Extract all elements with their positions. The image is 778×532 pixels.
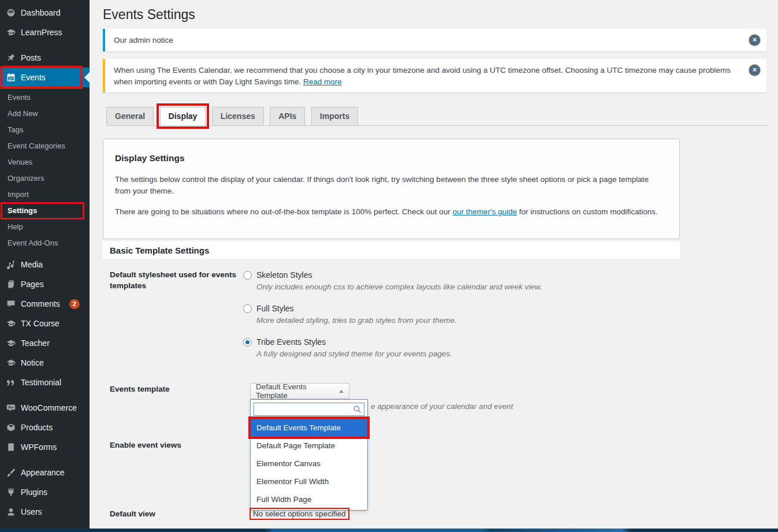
timezone-notice: When using The Events Calendar, we recom… [103,59,766,92]
default-view-label: Default view [110,508,155,519]
tab-general[interactable]: General [106,107,154,125]
events-template-select[interactable]: Default Events Template [250,383,349,399]
tab-imports[interactable]: Imports [311,107,358,125]
sidebar-item-label: WooCommerce [21,403,77,412]
basic-template-settings-bar: Basic Template Settings [103,241,680,259]
radio-button-tribe[interactable] [243,338,252,347]
sidebar-item-label: Users [21,507,42,516]
graduation-cap-icon [6,338,16,348]
dropdown-option-full-width-page[interactable]: Full Width Page [251,490,367,508]
sidebar-separator [0,392,90,398]
radio-description: A fully designed and styled theme for yo… [256,349,452,358]
sidebar-item-label: Appearance [21,468,65,477]
radio-label: Skeleton Styles [256,270,312,280]
chevron-up-icon [339,390,344,393]
radio-description: More detailed styling, tries to grab sty… [256,316,457,325]
sidebar-item-notice[interactable]: Notice [0,353,90,373]
sidebar-subitem-help[interactable]: Help [0,219,90,235]
comments-count-badge: 2 [69,299,80,309]
dropdown-option-elementor-canvas[interactable]: Elementor Canvas [251,455,367,473]
sidebar-item-label: LearnPress [21,28,62,37]
radio-option-skeleton-styles: Skeleton Styles Only includes enough css… [243,270,542,291]
events-template-dropdown: Default Events Template Default Page Tem… [250,399,368,511]
themers-guide-link[interactable]: our themer's guide [453,207,517,216]
sidebar-item-plugins[interactable]: Plugins [0,482,90,502]
radio-button-full[interactable] [243,304,252,313]
admin-notice-text: Our admin notice [114,36,173,44]
sidebar-subitem-organizers[interactable]: Organizers [0,170,90,187]
sidebar-subitem-import[interactable]: Import [0,187,90,203]
read-more-link[interactable]: Read more [303,77,342,86]
dismiss-icon[interactable]: × [749,65,760,76]
sidebar-item-appearance[interactable]: Appearance [0,463,90,482]
sidebar-subitem-event-categories[interactable]: Event Categories [0,138,90,154]
sidebar-item-events[interactable]: Events [0,68,90,87]
radio-button-skeleton[interactable] [243,271,252,280]
pushpin-icon [6,53,16,63]
quote-icon [6,378,16,388]
tab-display[interactable]: Display [160,107,206,125]
sidebar-subitem-tags[interactable]: Tags [0,122,90,138]
tab-apis[interactable]: APIs [270,107,305,125]
search-icon [353,405,362,414]
graduation-cap-icon [6,28,16,38]
pages-icon [6,280,16,289]
display-settings-paragraph-1: The settings below control the display o… [115,174,661,197]
admin-sidebar: Dashboard LearnPress Posts Events Events… [0,0,90,529]
radio-label: Full Styles [256,304,294,313]
dropdown-option-default-events-template[interactable]: Default Events Template [251,419,367,437]
sidebar-subitem-events[interactable]: Events [0,90,90,106]
sidebar-item-learnpress[interactable]: LearnPress [0,23,90,42]
events-template-description-fragment: e appearance of your calendar and event [371,402,513,411]
graduation-cap-icon [6,358,16,368]
sidebar-item-wpforms[interactable]: WPForms [0,437,90,457]
selected-value: Default Events Template [256,382,335,400]
sidebar-item-label: Events [21,73,46,82]
radio-label: Tribe Events Styles [256,337,326,347]
sidebar-item-pages[interactable]: Pages [0,274,90,294]
sidebar-item-label: TX Course [21,319,59,328]
events-submenu: Events Add New Tags Event Categories Ven… [0,87,90,255]
sidebar-item-comments[interactable]: Comments 2 [0,294,90,314]
sidebar-item-media[interactable]: Media [0,255,90,274]
sidebar-item-label: Pages [21,280,44,289]
dropdown-option-elementor-full-width[interactable]: Elementor Full Width [251,473,367,490]
sidebar-item-label: Notice [21,358,44,367]
sidebar-item-dashboard[interactable]: Dashboard [0,3,90,23]
sidebar-item-label: Products [21,423,53,432]
display-settings-paragraph-2: There are going to be situations where n… [115,206,661,218]
sidebar-item-posts[interactable]: Posts [0,48,90,68]
sidebar-item-tx-course[interactable]: TX Course [0,314,90,333]
tab-licenses[interactable]: Licenses [212,107,264,125]
radio-description: Only includes enough css to achieve comp… [256,282,542,291]
sidebar-item-teacher[interactable]: Teacher [0,333,90,353]
sidebar-item-users[interactable]: Users [0,502,90,522]
sidebar-item-label: WPForms [21,442,57,452]
sidebar-item-label: Plugins [21,488,47,497]
paintbrush-icon [6,468,16,478]
page-title: Events Settings [103,7,195,23]
graduation-cap-icon [6,319,16,329]
sidebar-subitem-venues[interactable]: Venues [0,154,90,170]
dismiss-icon[interactable]: × [749,35,760,46]
sidebar-subitem-settings[interactable]: Settings [0,203,90,219]
taskbar-edge [0,529,778,532]
sidebar-separator [0,42,90,48]
sidebar-item-label: Dashboard [21,8,61,17]
sidebar-item-woocommerce[interactable]: Woo WooCommerce [0,398,90,418]
svg-text:Woo: Woo [8,406,14,409]
basic-template-settings-heading: Basic Template Settings [110,245,209,255]
comment-icon [6,299,16,309]
no-select-options-message: No select options specified [250,508,349,520]
content-area: Events Settings Our admin notice × When … [90,0,778,529]
user-icon [6,507,16,517]
sidebar-item-label: Comments [21,299,60,308]
sidebar-item-products[interactable]: Products [0,418,90,437]
dropdown-search-input[interactable] [254,403,364,416]
form-icon [6,442,16,452]
sidebar-subitem-add-new[interactable]: Add New [0,106,90,122]
radio-option-tribe-events-styles: Tribe Events Styles A fully designed and… [243,337,452,358]
dropdown-option-default-page-template[interactable]: Default Page Template [251,437,367,455]
sidebar-item-testimonial[interactable]: Testimonial [0,373,90,392]
sidebar-subitem-event-add-ons[interactable]: Event Add-Ons [0,235,90,251]
